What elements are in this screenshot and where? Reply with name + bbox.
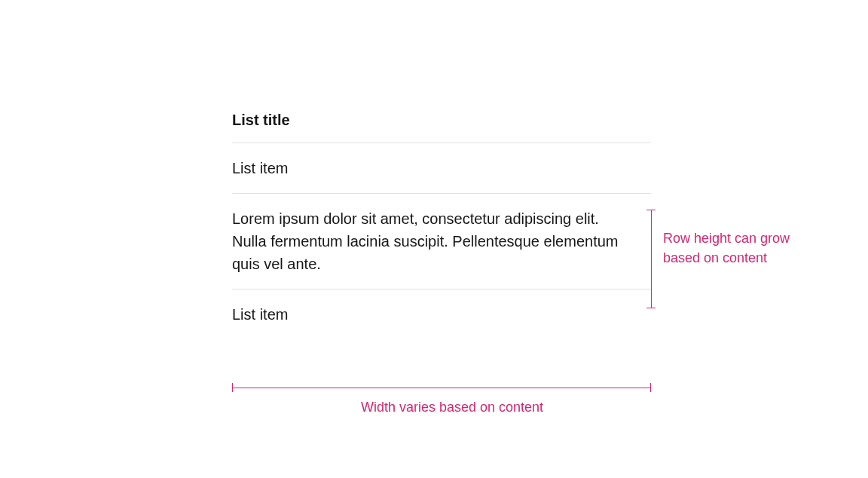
- list-item: List item: [232, 143, 624, 193]
- height-bracket: [651, 210, 652, 308]
- width-bracket: [232, 388, 651, 388]
- list-container: List title List item Lorem ipsum dolor s…: [232, 112, 651, 339]
- list-item: List item: [232, 290, 624, 339]
- annotation-row-height: Row height can grow based on content: [663, 228, 799, 268]
- list-title: List title: [232, 112, 651, 129]
- annotation-width: Width varies based on content: [332, 397, 573, 417]
- list-item: Lorem ipsum dolor sit amet, consectetur …: [232, 194, 624, 289]
